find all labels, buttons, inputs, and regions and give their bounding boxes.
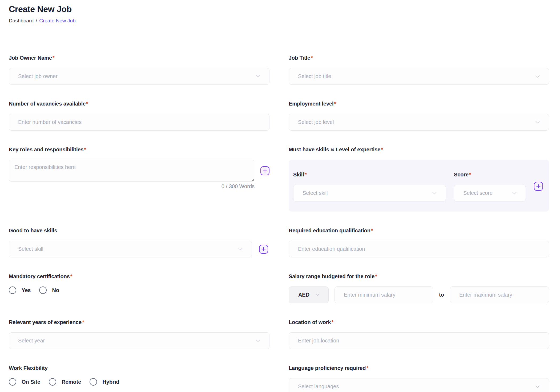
chevron-down-icon	[256, 75, 260, 78]
breadcrumb: Dashboard/Create New Job	[9, 18, 549, 24]
field-good-to-have-skills: Good to have skills Select skill	[9, 227, 269, 257]
skill-group: Skill* Select skill	[293, 171, 446, 201]
chevron-down-icon	[535, 385, 540, 388]
radio-circle-icon	[9, 378, 16, 386]
required-asterisk: *	[305, 172, 307, 177]
radio-circle-icon	[90, 378, 97, 386]
min-salary-input[interactable]	[335, 286, 433, 303]
field-work-flexibility: Work Flexibility On Site Remote Hybrid	[9, 365, 269, 386]
salary-label: Salary range budgeted for the role*	[289, 273, 549, 280]
breadcrumb-separator: /	[36, 18, 37, 23]
chevron-down-icon	[315, 294, 319, 296]
select-placeholder: Select year	[18, 338, 253, 344]
chevron-down-icon	[535, 121, 540, 124]
job-owner-select[interactable]: Select job owner	[9, 68, 269, 85]
radio-option-yes[interactable]: Yes	[9, 286, 31, 294]
required-asterisk: *	[84, 147, 86, 152]
responsibilities-label: Key roles and responsibilities*	[9, 146, 269, 153]
field-languages: Language proficiency required* Select la…	[289, 365, 549, 392]
add-responsibility-button[interactable]	[260, 166, 269, 175]
certifications-label: Mandatory certifications*	[9, 273, 269, 280]
field-job-owner-name: Job Owner Name* Select job owner	[9, 54, 269, 85]
required-asterisk: *	[331, 319, 333, 325]
breadcrumb-current-link[interactable]: Create New Job	[39, 18, 75, 23]
field-responsibilities: Key roles and responsibilities* 0 / 300 …	[9, 146, 269, 189]
plus-icon	[261, 247, 266, 251]
create-new-job-page: Create New Job Dashboard/Create New Job …	[0, 0, 560, 392]
select-placeholder: Select skill	[18, 246, 235, 252]
word-counter: 0 / 300 Words	[9, 183, 255, 189]
field-must-have-skills: Must have skills & Level of expertise* S…	[289, 146, 549, 212]
required-asterisk: *	[334, 101, 336, 107]
required-asterisk: *	[86, 101, 88, 107]
radio-option-no[interactable]: No	[39, 286, 59, 294]
breadcrumb-dashboard-link[interactable]: Dashboard	[9, 18, 34, 23]
select-placeholder: Select job title	[298, 73, 532, 79]
radio-circle-icon	[9, 286, 16, 294]
add-skill-button[interactable]	[534, 182, 543, 191]
select-placeholder: Select score	[463, 190, 509, 196]
select-placeholder: Select job level	[298, 119, 532, 125]
work-flexibility-label: Work Flexibility	[9, 365, 269, 371]
field-location: Location of work*	[289, 319, 549, 349]
skill-select[interactable]: Select skill	[293, 185, 446, 201]
add-good-skill-button[interactable]	[259, 245, 268, 254]
radio-circle-icon	[39, 286, 47, 294]
required-asterisk: *	[82, 319, 84, 325]
field-education: Required education qualification*	[289, 227, 549, 257]
job-title-label: Job Title*	[289, 54, 549, 61]
good-skill-select[interactable]: Select skill	[9, 241, 252, 257]
work-flexibility-options: On Site Remote Hybrid	[9, 378, 269, 386]
salary-to-label: to	[439, 292, 444, 298]
must-have-skills-label: Must have skills & Level of expertise*	[289, 146, 549, 153]
experience-select[interactable]: Select year	[9, 332, 269, 349]
skill-label: Skill*	[293, 171, 446, 178]
required-asterisk: *	[381, 147, 383, 152]
field-employment-level: Employment level* Select job level	[289, 100, 549, 131]
radio-option-remote[interactable]: Remote	[49, 378, 81, 386]
required-asterisk: *	[53, 55, 55, 61]
responsibilities-textarea[interactable]	[9, 160, 254, 182]
max-salary-input[interactable]	[450, 286, 549, 303]
score-label: Score*	[454, 171, 526, 178]
radio-option-hybrid[interactable]: Hybrid	[90, 378, 119, 386]
languages-select[interactable]: Select languages	[289, 378, 549, 392]
required-asterisk: *	[371, 228, 373, 233]
chevron-down-icon	[512, 192, 517, 195]
languages-label: Language proficiency required*	[289, 365, 549, 371]
chevron-down-icon	[238, 248, 243, 250]
experience-label: Relevant years of experience*	[9, 319, 269, 326]
score-select[interactable]: Select score	[454, 185, 526, 201]
required-asterisk: *	[366, 365, 368, 371]
field-salary-range: Salary range budgeted for the role* AED …	[289, 273, 549, 303]
required-asterisk: *	[469, 172, 471, 177]
employment-level-label: Employment level*	[289, 100, 549, 107]
page-title: Create New Job	[9, 4, 549, 14]
plus-icon	[263, 169, 267, 173]
job-title-select[interactable]: Select job title	[289, 68, 549, 85]
salary-row: AED to	[289, 286, 549, 303]
vacancies-input[interactable]	[9, 114, 269, 131]
plus-icon	[536, 184, 541, 188]
must-have-skills-panel: Skill* Select skill Score* Select score	[289, 160, 549, 212]
field-vacancies: Number of vacancies available*	[9, 100, 269, 131]
select-placeholder: Select languages	[298, 383, 532, 390]
certifications-options: Yes No	[9, 286, 269, 294]
field-certifications: Mandatory certifications* Yes No	[9, 273, 269, 294]
chevron-down-icon	[432, 192, 437, 195]
education-input[interactable]	[289, 241, 549, 257]
good-to-have-skills-label: Good to have skills	[9, 227, 269, 234]
chevron-down-icon	[535, 75, 540, 78]
job-form: Job Owner Name* Select job owner Job Tit…	[9, 54, 549, 392]
required-asterisk: *	[311, 55, 313, 61]
education-label: Required education qualification*	[289, 227, 549, 234]
vacancies-label: Number of vacancies available*	[9, 100, 269, 107]
radio-circle-icon	[49, 378, 56, 386]
job-owner-label: Job Owner Name*	[9, 54, 269, 61]
location-input[interactable]	[289, 332, 549, 349]
field-experience: Relevant years of experience* Select yea…	[9, 319, 269, 349]
employment-level-select[interactable]: Select job level	[289, 114, 549, 131]
radio-option-on-site[interactable]: On Site	[9, 378, 40, 386]
currency-select[interactable]: AED	[289, 286, 329, 303]
location-label: Location of work*	[289, 319, 549, 326]
